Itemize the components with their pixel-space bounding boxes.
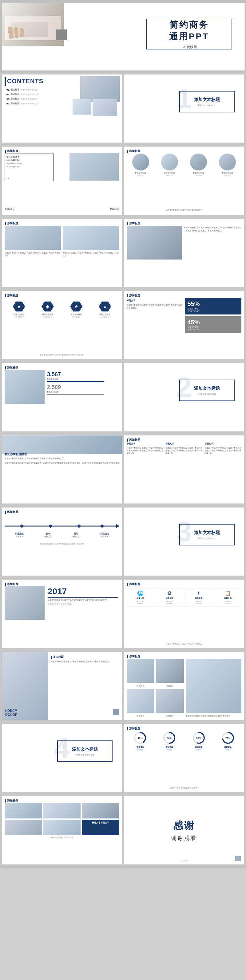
text-box: 输入标题文字插入标题文字specifying schemeof a sample…	[5, 154, 54, 181]
slide-23: 感谢 谢谢观看 众图网	[124, 796, 244, 864]
photo-boxes: 标题文字标题文字 标题文字标题文字标题文字	[5, 803, 119, 862]
section2-content: 添加文本标题 Add the title here	[179, 380, 235, 401]
num2-label: 标题文字标题	[47, 391, 118, 393]
slide-13-title: 添加标题	[127, 438, 140, 442]
slide-row-3: 添加标题 输入标题文字插入标题文字specifying schemeof a s…	[0, 145, 246, 217]
slide-12-content: 在此添加标题描述 标题文字标题文字标题文字标题文字标题文字标题文字标题文字标题文…	[5, 452, 119, 465]
slide-14: 添加标题 产品描述标题文字 发布标题文字 规划标题文字 产品描述标题文字	[2, 508, 122, 576]
pb-5	[43, 820, 81, 835]
slide-7-content: 标题文字标题文字标题文字标题文字标题文字标题文字标题文字标题文字标题文字标题文字…	[127, 226, 241, 285]
slide-8-title: 添加标题	[5, 294, 18, 298]
team-photos: 标题文字标题 标题文字 标题文字标题 标题文字 标题文字标题 标题文字 标题文字…	[127, 154, 241, 176]
slide-7-title: 添加标题	[127, 221, 140, 226]
slide-16: 添加标题 2017 标题文字标题文字标题文字标题文字标题文字标题文字标题文字标题…	[2, 579, 122, 648]
info-boxes: 🌐 标题文字 标题文字文字标题 ⚙ 标题文字 标题文字文字标题 ✦ 标题文字 标…	[127, 587, 241, 607]
slide-1-photo	[2, 3, 64, 46]
pb-6: 标题文字标题文字	[82, 820, 119, 835]
slide-11: 2 添加文本标题 Add the title here	[124, 363, 244, 431]
section2-subtitle: Add the title here	[198, 393, 216, 395]
lorem-layout: LOREMDOLOR 添加标题 标题文字标题文字标题文字标题文字标题文字标题文字…	[2, 652, 122, 720]
slide-15: 3 添加文本标题 Add the title here	[124, 508, 244, 576]
pb-2	[43, 803, 81, 818]
contents-list: 01. 要点标题 单击此处输入您的文字 02. 要点标题 单击此处输入您的文字 …	[6, 88, 39, 107]
thanks-content: 感谢 谢谢观看	[124, 796, 244, 864]
timeline: 产品描述标题文字 发布标题文字 规划标题文字 产品描述标题文字 标题文字标题文字…	[5, 517, 119, 546]
picture1-label: Picture 1	[5, 208, 14, 210]
slide-22-title: 添加标题	[5, 799, 18, 803]
slide-21-title: 添加标题	[127, 727, 140, 730]
page-wrapper: 简约商务 通用PPT BY:优版网 CONTENTS 01. 要点标题 单击此处…	[0, 0, 246, 868]
slide-22: 添加标题 标题文字标题文字 标题文字标题文字标题文字	[2, 796, 122, 864]
slide-21: 添加标题 40% 营销策略 标题文字	[124, 724, 244, 792]
section4-title: 添加文本标题	[72, 746, 98, 752]
hexagon-items: ● 标题文字标题 文字标题文字 ◆ 标题文字标题 文字标题文字 ★ 标题文字标题…	[5, 298, 119, 318]
slide-row-6: 添加标题 3,567 标题文字标题 2,569 标题文字标题	[0, 361, 246, 433]
section3-content: 添加文本标题 Add the title here	[179, 524, 235, 546]
contents-title: CONTENTS	[7, 78, 43, 85]
slide-8: 添加标题 ● 标题文字标题 文字标题文字 ◆ 标题文字标题 文字标题文字 ★ 标…	[2, 291, 122, 360]
slide-row-11: 4 添加文本标题 Add the title here 添加标题	[0, 722, 246, 794]
thanks-accent	[235, 856, 241, 861]
slide-13: 添加标题 标题文字 标题文字标题文字标题文字标题文字标题文字标题文字标题文字标题…	[124, 435, 244, 504]
watermark: 众图网	[181, 859, 188, 863]
thanks-sub: 谢谢观看	[171, 834, 197, 842]
title-box: 简约商务 通用PPT BY:优版网	[146, 19, 232, 49]
slide-4: 添加标题 输入标题文字插入标题文字specifying schemeof a s…	[2, 146, 122, 215]
slide-5: 添加标题 标题文字标题 标题文字 标题文字标题 标题文字 标题文字标题 标题文字	[124, 146, 244, 215]
photo-3	[156, 659, 184, 683]
hex-item-2: ◆ 标题文字标题 文字标题文字	[42, 301, 54, 318]
blue-bar	[5, 77, 6, 86]
slide-10-title: 添加标题	[5, 366, 18, 370]
slide-row-4: 添加标题 标题文字标题文字标题文字标题文字标题文字标题文字标题文字标题文字 标题…	[0, 217, 246, 289]
year-photo	[5, 586, 45, 620]
team-desc: 标题文字标题文字标题文字标题文字标题文字	[127, 209, 241, 212]
stats-content: 标题文字 标题文字标题文字标题文字标题文字标题文字标题文字标题文字标题文字标题文…	[127, 298, 241, 356]
slide-20: 4 添加文本标题 Add the title here	[2, 724, 122, 792]
hex-item-4: ▲ 标题文字标题 文字标题文字	[99, 301, 111, 318]
sub-title: 通用PPT	[169, 31, 209, 42]
slide-19: 添加标题 标题文字 标题文字 标题文字 标题文字 标题文字标题文字标题文字标题文…	[124, 652, 244, 720]
hex-desc: 标题文字标题文字标题文字标题文字标题文字标题文字	[5, 354, 119, 356]
slide-2: CONTENTS 01. 要点标题 单击此处输入您的文字 02. 要点标题 单击…	[2, 74, 122, 143]
lorem-title: 添加标题	[51, 655, 119, 659]
slide-3: 1 添加文本标题 Add the title here	[124, 74, 244, 143]
slide-6: 添加标题 标题文字标题文字标题文字标题文字标题文字标题文字标题文字标题文字 标题…	[2, 219, 122, 287]
section3-subtitle: Add the title here	[198, 537, 216, 539]
photo-1	[127, 659, 154, 683]
stat2-value: 45%	[188, 319, 239, 326]
slide-row-12: 添加标题 标题文字标题文字 标题文字标题文字标题文字	[0, 794, 246, 866]
progress-bars: 40% 营销策略 标题文字 50% 营销策略 标题文字	[127, 731, 241, 751]
blue-sq-accent	[113, 709, 119, 715]
slide-6-title: 添加标题	[5, 221, 18, 226]
pb-1	[5, 803, 42, 818]
slide-9-title: 添加标题	[127, 294, 140, 298]
slide-12: 在此添加标题描述 标题文字标题文字标题文字标题文字标题文字标题文字标题文字标题文…	[2, 435, 122, 504]
section-subtitle: Add the title here	[198, 104, 216, 107]
slide-17: 添加标题 🌐 标题文字 标题文字文字标题 ⚙ 标题文字 标题文字文字标题 ✦ 标…	[124, 579, 244, 648]
contents-photos	[59, 76, 120, 116]
numbers-content: 3,567 标题文字标题 2,569 标题文字标题	[5, 370, 119, 429]
slide-9: 添加标题 标题文字 标题文字标题文字标题文字标题文字标题文字标题文字标题文字标题…	[124, 291, 244, 360]
photo-4	[156, 689, 184, 713]
picture2-label: Picture 2	[110, 208, 119, 210]
slide-16-content: 2017 标题文字标题文字标题文字标题文字标题文字标题文字标题文字标题文字 谢谢…	[5, 586, 119, 645]
num1-label: 标题文字标题	[47, 378, 118, 380]
slide-19-title: 添加标题	[127, 654, 140, 659]
section4-subtitle: Add the title here	[76, 753, 94, 756]
main-title: 简约商务	[169, 19, 209, 31]
slide-row-8: 添加标题 产品描述标题文字 发布标题文字 规划标题文字 产品描述标题文字	[0, 506, 246, 578]
slide-5-title: 添加标题	[127, 149, 140, 153]
slide-10: 添加标题 3,567 标题文字标题 2,569 标题文字标题	[2, 363, 122, 431]
stat1-value: 55%	[188, 301, 239, 307]
slide-12-photo	[2, 436, 122, 454]
slide-7: 添加标题 标题文字标题文字标题文字标题文字标题文字标题文字标题文字标题文字标题文…	[124, 219, 244, 287]
slide-1: 简约商务 通用PPT BY:优版网	[2, 3, 245, 71]
two-col-content: 标题文字标题文字标题文字标题文字标题文字标题文字标题文字标题文字 标题文字标题文…	[5, 226, 119, 285]
pb-4	[5, 820, 42, 835]
num1-value: 3,567	[47, 371, 118, 378]
thanks-text: 感谢	[173, 819, 195, 833]
numbers-photo	[5, 370, 45, 404]
by-text: BY:优版网	[181, 45, 197, 49]
lorem-photo: LOREMDOLOR	[2, 652, 48, 720]
slide-18: LOREMDOLOR 添加标题 标题文字标题文字标题文字标题文字标题文字标题文字…	[2, 652, 122, 720]
